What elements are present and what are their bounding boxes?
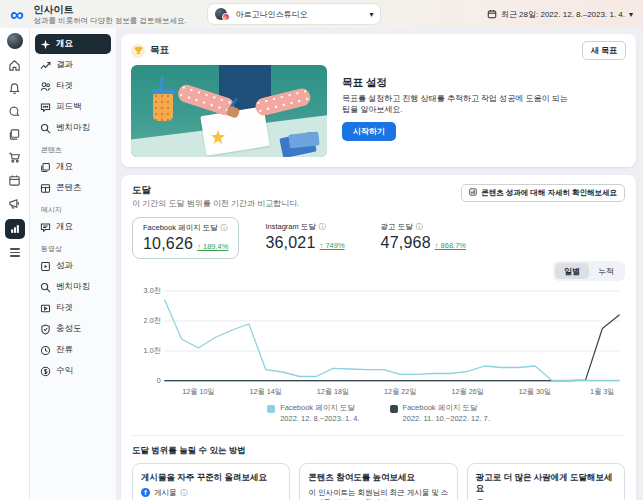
sidebar-item-retention[interactable]: 잔류 [35,340,111,360]
sidebar-item-label: 개요 [56,221,73,233]
meta-logo-icon[interactable]: ∞ [10,5,24,24]
posts-icon[interactable] [7,127,23,141]
trend-icon [40,60,51,71]
toggle-daily[interactable]: 일별 [555,263,589,279]
reach-chart: 01.0천2.0천3.0천12월 10일12월 14일12월 18일12월 22… [132,283,625,401]
planner-calendar-icon[interactable] [7,173,23,187]
docs-icon [40,162,51,173]
info-icon[interactable]: ⓘ [416,222,423,232]
legend-swatch-previous [390,405,398,413]
tips-heading: 도달 범위를 늘릴 수 있는 방법 [132,445,625,457]
info-icon[interactable]: ⓘ [181,488,188,497]
content-performance-icon [469,188,477,198]
metric-value: 10,626 [143,235,193,253]
sidebar-item-label: 잔류 [56,344,73,356]
sidebar-item-video-performance[interactable]: 성과 [35,256,111,276]
info-icon[interactable]: ⓘ [319,222,326,232]
metric-change: ↑ 868.7% [435,241,466,250]
goals-section-title: 목표 [150,44,169,57]
get-started-button[interactable]: 시작하기 [342,122,396,141]
meta-business-suite-insights: ∞ 인사이트 성과를 비롯하여 다양한 정보를 검토해보세요. 아르고나인스튜디… [0,0,643,500]
metric-value: 47,968 [381,234,431,252]
more-menu-icon[interactable] [10,248,20,257]
sidebar-item-revenue[interactable]: 수익 [35,361,111,381]
svg-text:12월 10일: 12월 10일 [182,387,215,396]
sidebar-item-video-benchmarking[interactable]: 벤치마킹 [35,277,111,297]
sidebar-item-content[interactable]: 콘텐츠 [35,178,111,198]
goal-card-title: 목표 설정 [342,76,577,90]
commerce-cart-icon[interactable] [7,150,23,164]
revenue-icon [40,366,51,377]
svg-text:12월 18일: 12월 18일 [317,387,350,396]
sidebar-item-label: 콘텐츠 [56,182,82,194]
sidebar-item-content-overview[interactable]: 개요 [35,157,111,177]
goals-card: 목표 새 목표 목표 설정 목표를 설정하고 진행 상태를 추적하고 작업 성공… [121,34,636,167]
goal-card-description: 목표를 설정하고 진행 상태를 추적하고 작업 성공에 도움이 되는 팁을 알아… [342,93,577,115]
sidebar-item-feedback[interactable]: 피드백 [35,97,111,117]
home-icon[interactable] [7,58,23,72]
metric-facebook-page-reach[interactable]: Facebook 페이지 도달ⓘ 10,626↑ 189.4% [132,217,239,259]
account-selector[interactable]: 아르고나인스튜디오 ▾ [208,4,380,24]
loyalty-shield-icon [40,324,51,335]
top-header: ∞ 인사이트 성과를 비롯하여 다양한 정보를 검토해보세요. 아르고나인스튜디… [0,0,643,28]
retention-icon [40,345,51,356]
sidebar-item-label: 결과 [56,59,73,71]
insights-chart-icon[interactable] [5,219,25,239]
sidebar-item-label: 벤치마킹 [56,281,90,293]
sidebar-item-label: 수익 [56,365,73,377]
sidebar-section-videos: 동영상 [41,244,111,254]
metric-change: ↑ 749% [320,241,345,250]
sidebar-item-overview[interactable]: 개요 [35,34,111,54]
toggle-cumulative[interactable]: 누적 [589,263,623,279]
sidebar-item-audience[interactable]: 타겟 [35,76,111,96]
legend-previous-period: Facebook 페이지 도달 2022. 11. 10.~2022. 12. … [390,403,490,425]
sidebar-item-messages-overview[interactable]: 개요 [35,217,111,237]
reach-chart-svg: 01.0천2.0천3.0천12월 10일12월 14일12월 18일12월 22… [132,283,625,401]
sidebar-item-label: 벤치마킹 [56,122,90,134]
reach-section-title: 도달 [132,184,300,197]
page-subtitle: 성과를 비롯하여 다양한 정보를 검토해보세요. [34,16,187,25]
reach-card: 도달 이 기간의 도달 범위를 이전 기간과 비교합니다. 콘텐츠 성과에 대해… [121,175,636,500]
reach-section-subtitle: 이 기간의 도달 범위를 이전 기간과 비교합니다. [132,198,300,209]
page-title: 인사이트 [34,4,187,16]
metric-ad-reach[interactable]: 광고 도달ⓘ 47,968↑ 868.7% [371,217,476,257]
calendar-icon [487,9,497,19]
goal-illustration [131,65,327,157]
svg-text:2.0천: 2.0천 [144,316,161,325]
account-name: 아르고나인스튜디오 [235,9,307,20]
main-content: 목표 새 목표 목표 설정 목표를 설정하고 진행 상태를 추적하고 작업 성공… [116,28,643,500]
sidebar-section-messages: 메시지 [41,205,111,215]
benchmark-icon [40,123,51,134]
legend-current-period: Facebook 페이지 도달 2022. 12. 8.~2023. 1. 4. [267,403,359,425]
table-icon [40,183,51,194]
sidebar-item-benchmarking[interactable]: 벤치마킹 [35,118,111,138]
chevron-down-icon: ▾ [369,10,373,19]
date-range-selector[interactable]: 최근 28일: 2022. 12. 8.–2023. 1. 4. ▾ [487,9,633,20]
benchmark-icon [40,282,51,293]
profile-avatar[interactable] [7,33,23,49]
ads-megaphone-icon[interactable] [7,196,23,210]
date-range-label: 최근 28일: 2022. 12. 8.–2023. 1. 4. [501,9,625,20]
info-icon[interactable]: ⓘ [221,223,228,233]
messages-chat-icon[interactable] [7,104,23,118]
sidebar-item-label: 개요 [56,161,73,173]
facebook-icon: f [141,488,150,497]
trophy-icon [131,44,145,58]
sparkle-icon [40,39,51,50]
svg-text:12월 14일: 12월 14일 [249,387,282,396]
sidebar-item-loyalty[interactable]: 충성도 [35,319,111,339]
new-goal-button[interactable]: 새 목표 [582,41,626,60]
sidebar-item-results[interactable]: 결과 [35,55,111,75]
metric-instagram-reach[interactable]: Instagram 도달ⓘ 36,021↑ 749% [255,217,354,257]
sidebar-item-video-audience[interactable]: 타겟 [35,298,111,318]
svg-text:12월 30일: 12월 30일 [519,387,552,396]
sidebar-item-label: 타겟 [56,80,73,92]
chart-legend: Facebook 페이지 도달 2022. 12. 8.~2023. 1. 4.… [132,403,625,425]
svg-text:3.0천: 3.0천 [144,286,161,295]
sidebar-section-content: 콘텐츠 [41,145,111,155]
tip-card-ads: 광고로 더 많은 사람에게 도달해보세요 fFacebook 페이지 광고 도달… [467,463,625,500]
sidebar-item-label: 충성도 [56,323,82,335]
content-performance-button[interactable]: 콘텐츠 성과에 대해 자세히 확인해보세요 [461,184,625,202]
audience-icon [40,81,51,92]
notifications-bell-icon[interactable] [7,81,23,95]
